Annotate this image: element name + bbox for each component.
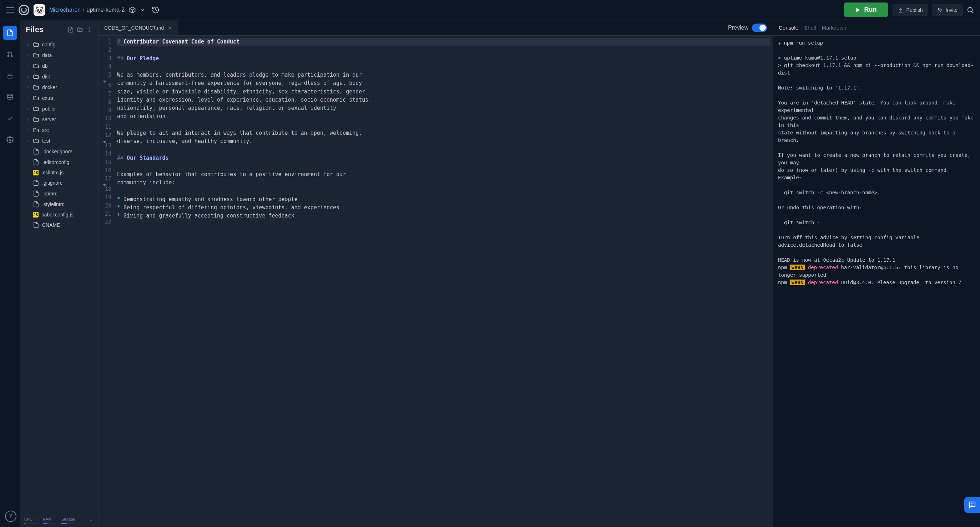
tree-item-dist[interactable]: dist (20, 71, 98, 82)
person-plus-icon (937, 7, 943, 13)
console-line: Turn off this advice by setting config v… (778, 234, 975, 249)
tree-item-data[interactable]: data (20, 50, 98, 60)
rail-database-icon[interactable] (3, 90, 17, 104)
tree-item-server[interactable]: server (20, 114, 98, 125)
more-icon[interactable] (86, 26, 92, 33)
tree-item-extra[interactable]: extra (20, 93, 98, 103)
tree-item-config[interactable]: config (20, 39, 98, 50)
breadcrumb-repo[interactable]: uptime-kuma-2 (86, 7, 124, 13)
sidebar-rail (0, 20, 20, 527)
code-line[interactable] (117, 63, 770, 71)
console-tab-shell[interactable]: Shell (804, 25, 816, 31)
console-line: ⬥ npm run setup (778, 39, 975, 47)
tree-item-test[interactable]: test (20, 135, 98, 146)
code-line[interactable]: ## Our Standards (117, 154, 770, 162)
code-line[interactable]: # Contributor Covenant Code of Conduct (117, 38, 770, 46)
tree-item-db[interactable]: db (20, 60, 98, 71)
console-line: HEAD is now at 0ecaa2c Update to 1.17.1 (778, 256, 975, 264)
svg-point-3 (11, 55, 12, 56)
file-panel: Files configdatadbdistdockerextrapublics… (20, 20, 99, 527)
code-line[interactable] (117, 146, 770, 154)
code-line[interactable]: * Being respectful of differing opinions… (117, 203, 770, 212)
file-tree: configdatadbdistdockerextrapublicservers… (20, 38, 98, 514)
svg-point-10 (89, 31, 90, 32)
invite-label: Invite (946, 7, 958, 13)
avatar[interactable]: 🐼 (33, 4, 45, 16)
code-line[interactable]: diverse, inclusive, and healthy communit… (117, 137, 770, 146)
code-line[interactable]: * Giving and gracefully accepting constr… (117, 212, 770, 220)
logo-icon[interactable] (19, 5, 29, 15)
tree-item-label: .editorconfig (42, 159, 69, 165)
console-tabs: ConsoleShellMarkdown (773, 20, 980, 36)
code-line[interactable] (117, 46, 770, 54)
code-line[interactable]: identity and expression, level of experi… (117, 96, 770, 104)
chevron-up-icon[interactable] (89, 518, 94, 523)
header-bar: 🐼 Microcharon / uptime-kuma-2 Run Publis… (0, 0, 980, 20)
rail-files-icon[interactable] (3, 26, 17, 40)
console-line: > uptime-kuma@1.17.1 setup (778, 54, 975, 62)
hamburger-menu-icon[interactable] (6, 6, 14, 14)
code-line[interactable] (117, 121, 770, 129)
editor-tab-label: CODE_OF_CONDUCT.md (104, 25, 164, 31)
editor-body[interactable]: 12345678910111213141516171819202122 # Co… (99, 36, 773, 527)
tree-item-label: dist (42, 74, 50, 79)
editor-tab[interactable]: CODE_OF_CONDUCT.md (99, 20, 178, 35)
code-line[interactable]: nationality, personal appearance, race, … (117, 104, 770, 112)
rail-settings-icon[interactable] (3, 133, 17, 147)
preview-toggle[interactable] (752, 24, 767, 32)
new-folder-icon[interactable] (77, 26, 83, 33)
code-line[interactable]: and orientation. (117, 112, 770, 121)
js-icon: JS (33, 170, 38, 175)
breadcrumb: Microcharon / uptime-kuma-2 (49, 6, 159, 14)
code-line[interactable]: community include: (117, 179, 770, 187)
tree-item--gitignore[interactable]: .gitignore (20, 178, 98, 188)
console-line: git switch -c <new-branch-name> (778, 189, 975, 197)
tree-item-CNAME[interactable]: CNAME (20, 220, 98, 230)
console-body[interactable]: ⬥ npm run setup > uptime-kuma@1.17.1 set… (773, 36, 980, 527)
rail-check-icon[interactable] (3, 111, 17, 125)
tree-item--eslintrc-js[interactable]: JS.eslintrc.js (20, 168, 98, 178)
code-line[interactable] (117, 162, 770, 170)
code-line[interactable]: size, visible or invisible disability, e… (117, 88, 770, 96)
console-tab-markdown[interactable]: Markdown (821, 25, 846, 31)
new-file-icon[interactable] (67, 26, 74, 33)
code-line[interactable]: * Demonstrating empathy and kindness tow… (117, 195, 770, 203)
storage-stat: Storage (61, 517, 75, 524)
console-pane: ConsoleShellMarkdown ⬥ npm run setup > u… (773, 20, 980, 527)
console-line (778, 226, 975, 234)
console-tab-console[interactable]: Console (779, 25, 799, 31)
code-line[interactable]: Examples of behavior that contributes to… (117, 170, 770, 179)
code-line[interactable] (117, 187, 770, 195)
console-line (778, 144, 975, 152)
close-icon[interactable] (167, 25, 172, 30)
console-line (778, 181, 975, 189)
tree-item-public[interactable]: public (20, 103, 98, 114)
run-button[interactable]: Run (844, 3, 888, 17)
console-line: If you want to create a new branch to re… (778, 152, 975, 167)
search-icon[interactable] (966, 6, 974, 14)
rail-version-control-icon[interactable] (3, 47, 17, 61)
invite-button[interactable]: Invite (932, 4, 963, 16)
publish-button[interactable]: Publish (892, 4, 928, 16)
tree-item-src[interactable]: src (20, 125, 98, 135)
breadcrumb-user[interactable]: Microcharon (49, 7, 81, 13)
tree-item--editorconfig[interactable]: .editorconfig (20, 157, 98, 168)
file-panel-title: Files (26, 25, 65, 34)
tree-item-babel-config-js[interactable]: JSbabel.config.js (20, 210, 98, 220)
code-line[interactable]: We as members, contributors, and leaders… (117, 71, 770, 79)
code-line[interactable]: ## Our Pledge (117, 54, 770, 63)
svg-point-1 (968, 7, 972, 12)
rail-secrets-icon[interactable] (3, 68, 17, 83)
console-line (778, 77, 975, 84)
chat-button[interactable] (964, 497, 980, 513)
tree-item-docker[interactable]: docker (20, 82, 98, 93)
tree-item--npmrc[interactable]: .npmrc (20, 188, 98, 199)
tree-item-label: data (42, 52, 52, 58)
history-icon[interactable] (152, 6, 159, 14)
tree-item--stylelintrc[interactable]: .stylelintrc (20, 199, 98, 210)
chevron-down-icon[interactable] (140, 7, 145, 13)
code-line[interactable]: community a harassment-free experience f… (117, 79, 770, 87)
tree-item--dockerignore[interactable]: .dockerignore (20, 146, 98, 157)
help-button[interactable]: ? (5, 511, 16, 522)
code-line[interactable]: We pledge to act and interact in ways th… (117, 129, 770, 137)
